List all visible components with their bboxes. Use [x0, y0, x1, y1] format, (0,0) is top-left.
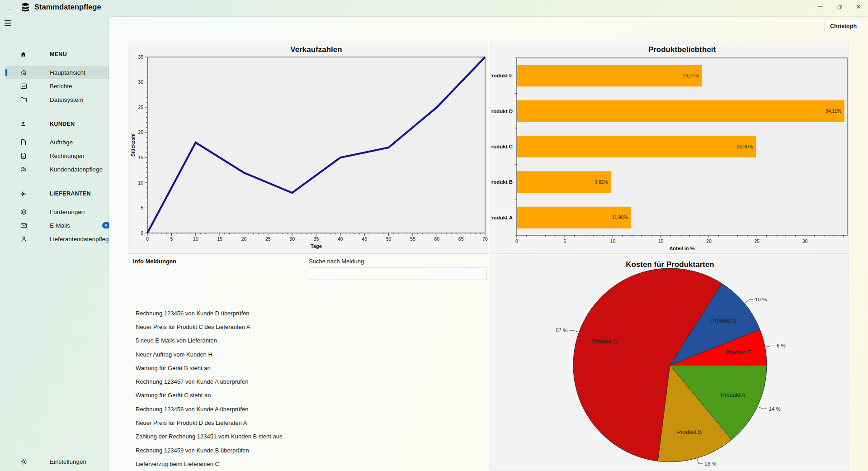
- svg-text:50: 50: [386, 236, 392, 242]
- message-item[interactable]: Neuer Auftrag vom Kunden H: [136, 347, 484, 361]
- report-chart-icon: [20, 82, 28, 90]
- svg-text:70: 70: [482, 236, 488, 242]
- sidebar-item-berichte[interactable]: Berichte: [5, 79, 116, 93]
- sidebar-item-hauptansicht[interactable]: Hauptansicht: [5, 66, 116, 79]
- document-icon: [20, 138, 28, 146]
- message-item[interactable]: Rechnung 123457 von Kunde A überprüfen: [136, 375, 484, 388]
- message-item[interactable]: Lieferverzug beim Lieferanten C: [136, 457, 484, 471]
- line-chart-panel: Verkaufzahlen051015202530354045505560657…: [128, 42, 488, 254]
- home-outline-icon: [20, 69, 28, 76]
- svg-text:45: 45: [362, 236, 367, 242]
- window-controls: [811, 0, 868, 14]
- svg-text:34,11%: 34,11%: [826, 108, 841, 114]
- message-item[interactable]: Rechnung 123456 von Kunde D überprüfen: [136, 306, 484, 320]
- svg-text:25: 25: [138, 105, 143, 110]
- svg-text:Tage: Tage: [311, 243, 322, 249]
- mail-icon: [20, 222, 28, 229]
- bar-produkt-d: [517, 100, 844, 122]
- svg-text:20: 20: [138, 129, 143, 135]
- svg-text:Produkt D: Produkt D: [491, 109, 513, 114]
- airplane-icon: [20, 190, 27, 197]
- svg-text:35: 35: [314, 236, 319, 242]
- svg-text:Stückzahl: Stückzahl: [130, 133, 136, 157]
- svg-text:Produkt D: Produkt D: [711, 318, 736, 324]
- sidebar-item-e-mails[interactable]: E-Mails5: [5, 219, 116, 232]
- home-solid-icon: [20, 51, 27, 58]
- people-icon: [20, 166, 28, 173]
- sidebar-item-auftr-ge[interactable]: Aufträge: [5, 135, 116, 149]
- bar-chart-svg: Produktbeliebtheit051015202530Produkt A1…: [491, 42, 849, 253]
- message-item[interactable]: Wartung für Gerät B steht an: [136, 361, 484, 375]
- sidebar-item-label: Rechnungen: [50, 152, 85, 159]
- svg-text:Produkt E: Produkt E: [491, 73, 513, 78]
- svg-text:Anteil in %: Anteil in %: [669, 246, 694, 251]
- sidebar: MENUHauptansichtBerichteDateisystemKUNDE…: [0, 32, 109, 471]
- sidebar-item-dateisystem[interactable]: Dateisystem: [5, 93, 116, 106]
- person-outline-icon: [20, 235, 28, 243]
- search-input[interactable]: [309, 267, 487, 280]
- svg-text:Produktbeliebtheit: Produktbeliebtheit: [648, 45, 716, 54]
- message-item[interactable]: 5 neue E-Mails von Lieferanten: [136, 334, 484, 347]
- sidebar-section-lieferanten: LIEFERANTEN: [0, 187, 109, 200]
- svg-text:40: 40: [338, 236, 343, 242]
- app-title: Stammdatenpflege: [34, 3, 101, 11]
- hamburger-menu-icon[interactable]: [4, 18, 16, 28]
- sidebar-item-label: Aufträge: [50, 139, 73, 146]
- svg-text:25: 25: [754, 238, 760, 244]
- search-label: Suche nach Meldung: [309, 258, 364, 265]
- svg-text:10: 10: [138, 180, 143, 186]
- line-chart-svg: Verkaufzahlen051015202530354045505560657…: [128, 42, 488, 253]
- sidebar-section-menu: MENU: [0, 48, 109, 61]
- folder-icon: [20, 96, 28, 104]
- message-item[interactable]: Rechnung 123459 von Kunde B überprüfen: [136, 443, 484, 457]
- svg-text:0: 0: [141, 230, 143, 236]
- svg-text:15: 15: [138, 155, 143, 160]
- svg-text:30: 30: [802, 238, 808, 244]
- svg-text:25: 25: [265, 236, 271, 242]
- invoice-icon: [20, 152, 28, 160]
- svg-text:10: 10: [193, 236, 198, 242]
- svg-text:65: 65: [458, 236, 464, 242]
- sidebar-item-label: Lieferantendatenpflege: [50, 236, 112, 243]
- svg-text:Produkt A: Produkt A: [721, 392, 745, 398]
- sidebar-item-label: Einstellungen: [50, 458, 86, 465]
- sidebar-item-kundendatenpflege[interactable]: Kundendatenpflege: [5, 162, 116, 176]
- sidebar-item-label: Hauptansicht: [50, 69, 85, 76]
- restore-icon[interactable]: [830, 0, 849, 14]
- svg-text:13 %: 13 %: [704, 461, 716, 466]
- svg-text:5: 5: [563, 238, 566, 244]
- svg-text:Verkaufzahlen: Verkaufzahlen: [290, 45, 342, 54]
- svg-text:Produkt B: Produkt B: [491, 179, 513, 185]
- svg-text:14 %: 14 %: [769, 406, 780, 412]
- svg-text:Kosten für Produktarten: Kosten für Produktarten: [626, 260, 714, 269]
- minimize-icon[interactable]: [811, 0, 830, 14]
- message-item[interactable]: Neuer Preis für Produkt D des Lieferaten…: [136, 416, 484, 429]
- layers-icon: [20, 208, 28, 216]
- svg-text:5: 5: [141, 205, 143, 210]
- bar-produkt-e: [517, 65, 702, 86]
- message-item[interactable]: Wartung für Gerät C steht an: [136, 389, 484, 402]
- user-menu-button[interactable]: Christoph: [824, 20, 862, 32]
- svg-text:57 %: 57 %: [556, 328, 567, 333]
- svg-text:19,27%: 19,27%: [683, 73, 699, 78]
- sidebar-item-rechnungen[interactable]: Rechnungen: [5, 149, 116, 162]
- svg-text:Produkt C: Produkt C: [592, 338, 617, 345]
- message-item[interactable]: Neuer Preis für Produkt C des Lieferante…: [136, 320, 484, 333]
- sidebar-item-einstellungen[interactable]: Einstellungen: [5, 455, 116, 468]
- section-label: LIEFERANTEN: [50, 190, 91, 197]
- back-icon[interactable]: ←: [5, 4, 14, 13]
- svg-text:5: 5: [170, 236, 173, 242]
- svg-text:Produkt B: Produkt B: [677, 429, 702, 435]
- svg-text:15: 15: [658, 238, 664, 244]
- message-item[interactable]: Rechnung 123458 von Kunde A überprüfen: [136, 402, 484, 416]
- svg-text:35: 35: [138, 54, 143, 60]
- sidebar-item-forderungen[interactable]: Forderungen: [5, 205, 116, 219]
- sidebar-item-label: Forderungen: [50, 209, 85, 215]
- svg-text:55: 55: [410, 236, 415, 242]
- bar-chart-panel: Produktbeliebtheit051015202530Produkt A1…: [491, 42, 849, 254]
- close-icon[interactable]: [849, 0, 868, 14]
- svg-text:10 %: 10 %: [755, 297, 767, 302]
- sidebar-item-lieferantendatenpflege[interactable]: Lieferantendatenpflege: [5, 232, 116, 246]
- message-item[interactable]: Zahlung der Rechnung 123451 vom Kunden B…: [136, 430, 484, 443]
- svg-text:15: 15: [217, 236, 222, 242]
